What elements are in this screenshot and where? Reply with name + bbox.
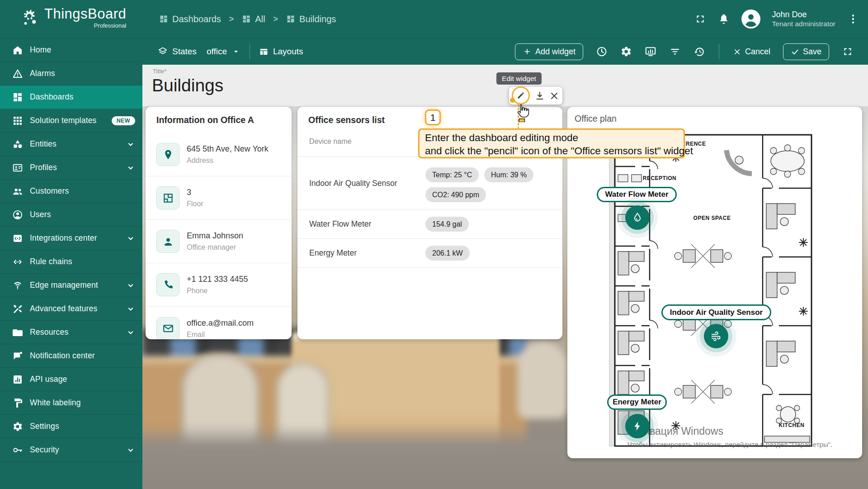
thingsboard-logo[interactable]: ThingsBoard Professional bbox=[19, 6, 126, 29]
dashboard-settings-gear-icon[interactable] bbox=[620, 46, 632, 57]
states-select[interactable]: States office bbox=[158, 47, 241, 57]
table-row-indoor-air-quality[interactable]: Indoor Air Quality Sensor Temp: 25 °C Hu… bbox=[297, 157, 562, 209]
title-field-label: Title* bbox=[153, 68, 166, 75]
person-icon bbox=[156, 230, 179, 253]
cancel-button[interactable]: Cancel bbox=[733, 47, 770, 57]
edit-widget-pencil-button[interactable] bbox=[512, 86, 530, 104]
sidebar-item-users[interactable]: Users bbox=[0, 203, 142, 227]
sidebar-item-solution-templates[interactable]: Solution templates NEW bbox=[0, 109, 142, 133]
breadcrumb-label: All bbox=[255, 14, 265, 24]
chevron-down-icon bbox=[126, 281, 135, 290]
logo-title: ThingsBoard bbox=[44, 6, 126, 22]
room-label-reception: RECEPTION bbox=[643, 175, 677, 181]
info-label: Address bbox=[187, 156, 269, 166]
photo-chair bbox=[518, 342, 567, 418]
apps-grid-icon bbox=[12, 115, 23, 126]
top-header: ThingsBoard Professional Dashboards > Al… bbox=[0, 0, 868, 38]
sidebar-item-label: Notification center bbox=[30, 351, 95, 361]
table-row-energy-meter[interactable]: Energy Meter 206.1 kW bbox=[297, 238, 562, 267]
marker-label-indoor-air-quality: Indoor Air Quality Sensor bbox=[661, 304, 771, 320]
more-vert-icon[interactable] bbox=[847, 13, 859, 25]
chevron-down-icon bbox=[126, 163, 135, 172]
info-value: 645 5th Ave, New York bbox=[187, 143, 269, 154]
breadcrumb-separator: > bbox=[229, 14, 234, 24]
add-widget-label: Add widget bbox=[535, 47, 576, 57]
dashboard-grid-icon bbox=[159, 14, 168, 24]
close-icon bbox=[733, 47, 741, 56]
time-window-icon[interactable] bbox=[596, 46, 608, 57]
sidebar-item-notification-center[interactable]: Notification center bbox=[0, 344, 142, 368]
sidebar-item-white-labeling[interactable]: White labeling bbox=[0, 391, 142, 415]
entity-aliases-icon[interactable] bbox=[645, 46, 656, 57]
sidebar-item-home[interactable]: Home bbox=[0, 38, 142, 62]
sidebar-item-label: Customers bbox=[30, 186, 69, 196]
info-value: office.a@mail.com bbox=[187, 318, 254, 328]
plus-icon bbox=[523, 47, 532, 56]
sidebar-item-api-usage[interactable]: API usage bbox=[0, 368, 142, 391]
notifications-bell-icon[interactable] bbox=[718, 13, 730, 25]
sidebar-item-profiles[interactable]: Profiles bbox=[0, 156, 142, 180]
energy-sensor-marker[interactable] bbox=[625, 414, 650, 438]
bar-chart-icon bbox=[12, 374, 23, 385]
states-layers-icon bbox=[158, 47, 168, 57]
sidebar-item-edge-management[interactable]: Edge management bbox=[0, 274, 142, 297]
sidebar-item-label: Integrations center bbox=[30, 233, 97, 243]
sidebar-item-security[interactable]: Security bbox=[0, 438, 142, 462]
fullscreen-icon[interactable] bbox=[694, 13, 706, 25]
filters-icon[interactable] bbox=[669, 46, 681, 57]
sidebar-item-settings[interactable]: Settings bbox=[0, 415, 142, 438]
notification-bubble-icon bbox=[12, 351, 23, 361]
email-icon bbox=[156, 317, 179, 340]
dashboard-toolbar: States office Layouts Add widget Cancel … bbox=[142, 38, 868, 65]
tour-step-badge: 1 bbox=[425, 109, 441, 125]
sidebar-item-rule-chains[interactable]: Rule chains bbox=[0, 250, 142, 274]
telemetry-chip: 206.1 kW bbox=[425, 246, 470, 261]
sidebar-item-label: Edge management bbox=[30, 280, 98, 290]
floor-plan-icon bbox=[156, 186, 179, 209]
sidebar-item-integrations-center[interactable]: Integrations center bbox=[0, 227, 142, 250]
telemetry-chip: Hum: 39 % bbox=[484, 167, 533, 182]
info-value: +1 121 333 4455 bbox=[187, 274, 248, 285]
breadcrumb-item-dashboards[interactable]: Dashboards bbox=[159, 14, 221, 24]
dashboard-grid-icon bbox=[242, 14, 251, 24]
info-row-phone: +1 121 333 4455 Phone bbox=[146, 263, 292, 307]
download-widget-button[interactable] bbox=[534, 90, 545, 101]
version-history-icon[interactable] bbox=[693, 46, 705, 57]
expand-fullscreen-icon[interactable] bbox=[842, 46, 854, 57]
watermark-title: Активация Windows bbox=[627, 425, 832, 437]
folder-icon bbox=[12, 327, 23, 338]
breadcrumb-separator: > bbox=[274, 14, 278, 24]
info-row-address: 645 5th Ave, New York Address bbox=[146, 133, 292, 176]
sidebar-item-advanced-features[interactable]: Advanced features bbox=[0, 297, 142, 321]
sidebar-item-entities[interactable]: Entities bbox=[0, 133, 142, 156]
caret-down-icon bbox=[231, 47, 241, 56]
info-label: Office manager bbox=[187, 242, 243, 252]
device-name: Energy Meter bbox=[309, 248, 357, 258]
add-widget-button[interactable]: Add widget bbox=[515, 43, 583, 60]
sidebar-item-alarms[interactable]: Alarms bbox=[0, 62, 142, 85]
widget-title: Office sensors list bbox=[308, 115, 385, 125]
sidebar-item-resources[interactable]: Resources bbox=[0, 321, 142, 344]
states-value: office bbox=[207, 47, 227, 57]
sidebar-item-dashboards[interactable]: Dashboards bbox=[0, 85, 142, 109]
air-quality-sensor-marker[interactable] bbox=[704, 324, 728, 348]
remove-widget-button[interactable] bbox=[549, 90, 560, 101]
page-title: Buildings bbox=[152, 76, 223, 95]
sidebar-nav: Home Alarms Dashboards Solution template… bbox=[0, 38, 142, 489]
sidebar-item-label: Profiles bbox=[30, 163, 57, 172]
gear-icon bbox=[12, 421, 23, 432]
home-icon bbox=[12, 45, 23, 56]
layouts-button[interactable]: Layouts bbox=[259, 47, 303, 57]
room-label-open-space: OPEN SPACE bbox=[693, 215, 731, 221]
breadcrumb-item-buildings[interactable]: Buildings bbox=[286, 14, 336, 24]
paginator: 1 – 3 of 3 bbox=[297, 306, 562, 333]
logo-subtitle: Professional bbox=[44, 22, 126, 29]
windows-activation-watermark: Активация Windows Чтобы активировать Win… bbox=[627, 425, 832, 448]
sidebar-item-customers[interactable]: Customers bbox=[0, 180, 142, 203]
watermark-subtitle: Чтобы активировать Windows, перейдите в … bbox=[627, 441, 832, 448]
save-button[interactable]: Save bbox=[783, 43, 829, 60]
table-row-water-flow-meter[interactable]: Water Flow Meter 154.9 gal bbox=[297, 209, 562, 238]
breadcrumb-item-all[interactable]: All bbox=[242, 14, 265, 24]
water-sensor-marker[interactable] bbox=[625, 205, 650, 230]
user-avatar[interactable] bbox=[741, 9, 760, 28]
